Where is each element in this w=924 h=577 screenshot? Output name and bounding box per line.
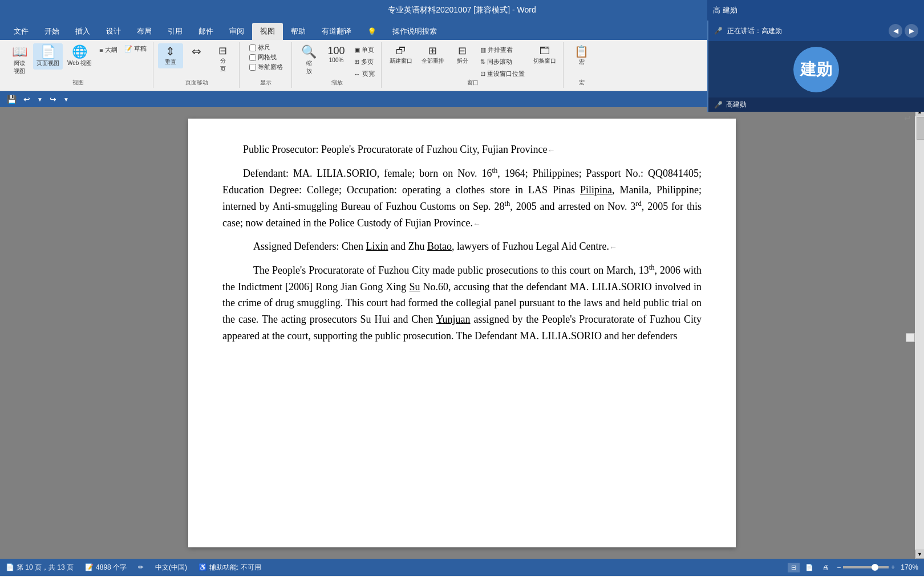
edit-mode-icon: ✏ [138, 563, 144, 571]
switch-window-button[interactable]: 🗔 切换窗口 [530, 43, 560, 67]
multi-page-icon: ⊞ [354, 58, 359, 66]
status-view-print[interactable]: 🖨 [819, 563, 832, 572]
lixin-underline: Lixin [366, 241, 388, 252]
tab-search[interactable]: 操作说明搜索 [384, 23, 445, 40]
views-group-label: 视图 [3, 79, 153, 87]
ribbon-group-macro: 📋 宏 宏 [565, 42, 599, 88]
navpane-checkbox[interactable]: 导航窗格 [249, 63, 283, 71]
paragraph-3-defenders: Assigned Defenders: Chen Lixin and Zhu B… [222, 238, 702, 255]
read-view-button[interactable]: 📖 阅读视图 [7, 43, 32, 78]
ruler-checkbox[interactable]: 标尺 [249, 43, 283, 52]
status-right-area: ⊟ 📄 🖨 − + 170% [788, 563, 918, 572]
page-sep-button[interactable]: ⊟ 分页 [210, 43, 236, 75]
status-page[interactable]: 📄 第 10 页，共 13 页 [6, 563, 74, 572]
multi-page-button[interactable]: ⊞ 多页 [351, 56, 378, 67]
ribbon-group-display: 标尺 网格线 导航窗格 显示 [241, 42, 292, 88]
yunjuan-underline: Yunjuan [436, 314, 471, 325]
zoom-button[interactable]: 🔍 缩放 [297, 43, 322, 78]
macro-button[interactable]: 📋 宏 [569, 43, 594, 68]
document-page: Public Prosecutor: People's Procuratorat… [188, 119, 736, 547]
all-arrange-button[interactable]: ⊞ 全部重排 [418, 43, 448, 67]
switchwindow-icon: 🗔 [540, 46, 550, 56]
zoom-100-button[interactable]: 100 100% [324, 43, 349, 66]
title-bar: 专业英语材料20201007 [兼容模式] - Word 高 建勋 🎤 正在讲话… [0, 0, 924, 21]
call-control-next[interactable]: ▶ [905, 24, 918, 38]
sync-scroll-button[interactable]: ⇅ 同步滚动 [477, 56, 528, 67]
redo-button[interactable]: ↪ [47, 94, 59, 105]
video-call-overlay: 🎤 正在讲话：高建勋 ◀ ▶ 建勋 🎤 高建勋 [707, 21, 924, 112]
tab-mailings[interactable]: 邮件 [191, 23, 221, 40]
horizontal-scroll-button[interactable]: ⇔ [184, 43, 209, 60]
tab-references[interactable]: 引用 [160, 23, 191, 40]
reset-window-button[interactable]: ⊡ 重设窗口位置 [477, 68, 528, 79]
user-name-label: 高 建勋 [713, 5, 737, 15]
draft-icon: 📝 [124, 45, 132, 52]
zoom-minus[interactable]: − [837, 563, 841, 571]
zoom100-icon: 100 [328, 46, 345, 56]
return-mark-top: ↵ [904, 113, 911, 124]
p2-return: ← [473, 220, 481, 228]
display-group-label: 显示 [241, 79, 291, 87]
single-page-icon: ▣ [354, 46, 360, 54]
scroll-thumb[interactable] [917, 117, 925, 140]
tab-help[interactable]: 帮助 [283, 23, 314, 40]
side-by-side-button[interactable]: ▥ 并排查看 [477, 44, 528, 55]
tab-layout[interactable]: 布局 [129, 23, 160, 40]
draft-button[interactable]: 📝 草稿 [121, 43, 149, 54]
zoom-slider-thumb[interactable] [872, 564, 878, 571]
all-arrange-icon: ⊞ [428, 46, 437, 56]
page-width-icon: ↔ [354, 71, 360, 78]
web-view-button[interactable]: 🌐 Web 视图 [64, 43, 95, 70]
scroll-down-arrow[interactable]: ▼ [915, 550, 925, 559]
tab-lightbulb[interactable]: 💡 [359, 23, 384, 40]
zoom-slider[interactable] [843, 566, 889, 568]
scroll-track[interactable] [916, 116, 924, 550]
new-window-icon: 🗗 [396, 46, 406, 56]
botao-underline: Botao [427, 241, 452, 252]
accessibility-icon: ♿ [198, 563, 207, 571]
tab-youdao[interactable]: 有道翻译 [314, 23, 359, 40]
undo-dropdown[interactable]: ▼ [35, 95, 45, 104]
status-language[interactable]: 中文(中国) [155, 563, 187, 572]
undo-button[interactable]: ↩ [21, 94, 33, 105]
macro-icon: 📋 [574, 46, 589, 57]
mic-icon: 🎤 [714, 27, 723, 35]
words-icon: 📝 [85, 563, 94, 571]
tab-design[interactable]: 设计 [98, 23, 129, 40]
window-group-label: 窗口 [383, 79, 563, 87]
outline-button[interactable]: ≡ 大纲 [96, 44, 120, 55]
page-width-button[interactable]: ↔ 页宽 [351, 68, 378, 79]
tab-file[interactable]: 文件 [6, 23, 37, 40]
split-button[interactable]: ⊟ 拆分 [450, 43, 475, 67]
tab-review[interactable]: 审阅 [221, 23, 252, 40]
page-view-button[interactable]: 📄 页面视图 [33, 43, 63, 70]
single-page-button[interactable]: ▣ 单页 [351, 44, 378, 55]
tab-home[interactable]: 开始 [37, 23, 67, 40]
status-words: 📝 4898 个字 [85, 563, 127, 572]
tab-insert[interactable]: 插入 [67, 23, 98, 40]
save-button[interactable]: 💾 [5, 94, 19, 105]
p1-text: Public Prosecutor: People's Procuratorat… [243, 144, 548, 155]
status-accessibility[interactable]: ♿ 辅助功能: 不可用 [198, 563, 261, 572]
qa-more-button[interactable]: ▼ [61, 95, 71, 104]
split-handle[interactable] [906, 333, 915, 342]
status-edit-mode: ✏ [138, 563, 144, 571]
zoom-plus[interactable]: + [891, 563, 895, 571]
ribbon-group-zoom: 🔍 缩放 100 100% ▣ 单页 ⊞ 多页 [293, 42, 382, 88]
gridlines-checkbox[interactable]: 网格线 [249, 53, 283, 62]
call-control-prev[interactable]: ◀ [889, 24, 902, 38]
paragraph-4-prosecution: The People's Procuratorate of Fuzhou Cit… [222, 262, 702, 344]
tab-view[interactable]: 视图 [252, 23, 283, 40]
user-panel: 高 建勋 🎤 正在讲话：高建勋 ◀ ▶ 建勋 🎤 高建勋 [707, 0, 924, 21]
zoom-control[interactable]: − + 170% [837, 563, 918, 571]
zoom-icon: 🔍 [301, 46, 317, 58]
vertical-scrollbar[interactable]: ▲ ▼ [915, 107, 924, 559]
status-bar: 📄 第 10 页，共 13 页 📝 4898 个字 ✏ 中文(中国) ♿ 辅助功… [0, 559, 924, 576]
status-view-normal[interactable]: ⊟ [788, 563, 800, 572]
page-icon: 📄 [6, 563, 14, 571]
status-view-reader[interactable]: 📄 [802, 563, 817, 572]
mic-indicator: 🎤 [714, 101, 723, 109]
new-window-button[interactable]: 🗗 新建窗口 [386, 43, 416, 67]
vertical-scroll-button[interactable]: ⇕ 垂直 [158, 43, 183, 68]
web-icon: 🌐 [72, 46, 87, 58]
